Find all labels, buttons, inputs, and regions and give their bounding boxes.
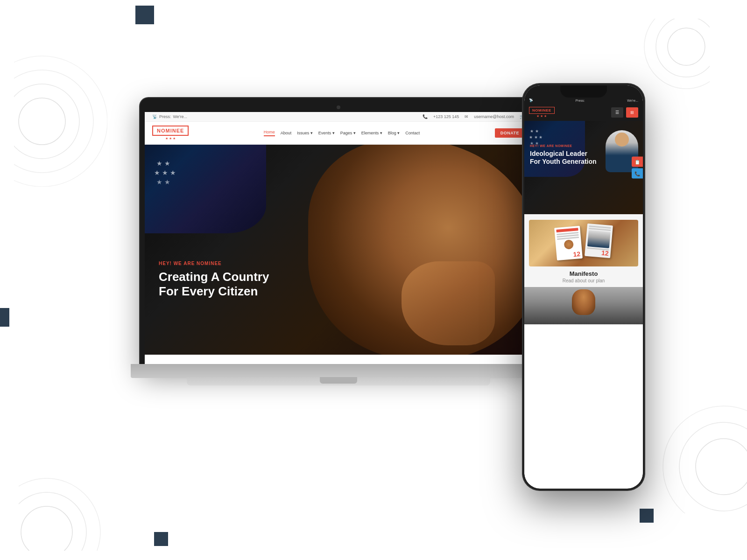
mob-manifesto-section: 12 12 [524, 214, 643, 287]
svg-text:★ ★: ★ ★ [156, 160, 170, 167]
mobile-device: 📡 Press: We're... NOMINEE ★ ★ [523, 84, 644, 490]
nav-issues[interactable]: Issues ▾ [297, 131, 313, 135]
email-icon: ✉ [465, 114, 468, 119]
mob-title-line2: For Youth Generation [530, 158, 597, 166]
nav-events[interactable]: Events ▾ [318, 131, 335, 135]
hero-text: HEY! WE ARE NOMINEE Creating A Country F… [159, 261, 269, 299]
svg-text:★ ★ ★: ★ ★ ★ [154, 169, 176, 176]
hero-title: Creating A Country For Every Citizen [159, 270, 269, 299]
laptop-screen-inner: 📡 Press: We're... 📞 +123 125 145 ✉ usern… [145, 112, 532, 364]
devices-wrapper: 📡 Press: We're... 📞 +123 125 145 ✉ usern… [117, 70, 630, 490]
email-address: username@host.com [474, 114, 514, 119]
svg-text:★ ★ ★: ★ ★ ★ [529, 135, 543, 140]
mob-bottom-face [572, 289, 595, 315]
mob-hero-title: Ideological Leader For Youth Generation [530, 150, 597, 166]
flag-stars: ★ ★ ★ ★ ★ ★ ★ [154, 154, 191, 191]
mob-side-btn-1[interactable]: 📋 [632, 157, 643, 167]
mob-press-icon: 📡 [529, 98, 533, 102]
brochure-visual: 12 12 [556, 224, 612, 262]
mob-navbar: NOMINEE ★ ★ ★ ☰ ⊞ [524, 104, 643, 121]
hero-title-line2: For Every Citizen [159, 284, 269, 299]
mob-bottom-person [524, 287, 643, 324]
nav-pages[interactable]: Pages ▾ [340, 131, 356, 135]
phone-icon: 📞 [423, 114, 428, 119]
laptop-screen-outer: 📡 Press: We're... 📞 +123 125 145 ✉ usern… [140, 98, 537, 369]
laptop-topbar-right: 📞 +123 125 145 ✉ username@host.com 🛒 [423, 114, 525, 119]
laptop-camera [337, 105, 340, 109]
hero-hand [402, 261, 495, 345]
laptop-topbar-left: 📡 Press: We're... [152, 114, 187, 119]
brochure-photo [587, 230, 611, 248]
mob-logo: NOMINEE ★ ★ ★ [529, 107, 555, 118]
logo-text: NOMINEE [157, 128, 184, 133]
star-2: ★ [169, 137, 172, 140]
laptop-hero: ★ ★ ★ ★ ★ ★ ★ HEY! WE ARE NOMINEE Cr [145, 145, 532, 355]
laptop-nav-links[interactable]: Home About Issues ▾ Events ▾ Pages ▾ Ele… [264, 130, 420, 136]
mob-logo-text: NOMINEE [532, 108, 551, 112]
press-label: Press: [159, 114, 171, 119]
mob-hero-text: HEY! WE ARE NOMINEE Ideological Leader F… [530, 144, 597, 166]
press-icon: 📡 [152, 114, 157, 119]
laptop-navbar: NOMINEE ★ ★ ★ Home About Issues ▾ [145, 122, 532, 145]
logo-stars: ★ ★ ★ [152, 137, 189, 140]
brochure-right: 12 [585, 224, 613, 259]
svg-text:★ ★: ★ ★ [156, 178, 170, 186]
hero-subtitle: HEY! WE ARE NOMINEE [159, 261, 269, 266]
svg-text:★ ★: ★ ★ [530, 129, 539, 133]
mob-side-buttons: 📋 📞 [632, 157, 643, 179]
donate-button[interactable]: DONATE [495, 128, 525, 138]
logo-box: NOMINEE [152, 126, 189, 136]
mob-side-btn-2[interactable]: 📞 [632, 168, 643, 179]
mob-bottom-section [524, 287, 643, 324]
star-3: ★ [173, 137, 176, 140]
mob-manifesto-subtitle: Read about our plan [529, 278, 638, 283]
laptop-device: 📡 Press: We're... 📞 +123 125 145 ✉ usern… [140, 98, 537, 462]
brochure-num-left: 12 [573, 250, 581, 258]
press-text: We're... [173, 114, 188, 119]
mob-logo-box: NOMINEE [529, 107, 555, 114]
star-1: ★ [165, 137, 168, 140]
mobile-notch [560, 85, 607, 98]
nav-contact[interactable]: Contact [405, 131, 420, 135]
laptop-topbar: 📡 Press: We're... 📞 +123 125 145 ✉ usern… [145, 112, 532, 122]
nav-about[interactable]: About [281, 131, 292, 135]
mob-star-2: ★ [540, 114, 543, 118]
mob-person-head [615, 133, 629, 147]
laptop-logo: NOMINEE ★ ★ ★ [152, 126, 189, 140]
nav-blog[interactable]: Blog ▾ [388, 131, 400, 135]
mob-manifesto-image: 12 12 [529, 220, 638, 266]
mobile-screen: 📡 Press: We're... NOMINEE ★ ★ [524, 85, 643, 489]
brochure-num-right: 12 [601, 249, 609, 257]
hero-title-line1: Creating A Country [159, 270, 269, 284]
mob-star-3: ★ [544, 114, 547, 118]
mob-press-label: Press: [576, 99, 585, 102]
mobile-outer: 📡 Press: We're... NOMINEE ★ ★ [523, 84, 644, 490]
mob-press-text: We're... [627, 99, 638, 102]
mob-hero: ★ ★ ★ ★ ★ ★ ★ 📋 [524, 121, 643, 214]
laptop-base [131, 364, 546, 378]
brochure-left: 12 [554, 226, 583, 261]
brochure-face [564, 239, 574, 250]
main-container: 📡 Press: We're... 📞 +123 125 145 ✉ usern… [0, 0, 747, 560]
nav-elements[interactable]: Elements ▾ [361, 131, 382, 135]
mob-star-1: ★ [536, 114, 539, 118]
mob-extra-button[interactable]: ⊞ [626, 107, 638, 118]
phone-number: +123 125 145 [433, 114, 459, 119]
mob-nav-icons[interactable]: ☰ ⊞ [611, 107, 638, 118]
mob-manifesto-title: Manifesto [529, 270, 638, 277]
mob-menu-button[interactable]: ☰ [611, 107, 623, 118]
nav-home[interactable]: Home [264, 130, 275, 136]
mob-hero-subtitle: HEY! WE ARE NOMINEE [530, 144, 597, 147]
laptop-notch [320, 377, 357, 384]
mob-title-line1: Ideological Leader [530, 150, 597, 158]
